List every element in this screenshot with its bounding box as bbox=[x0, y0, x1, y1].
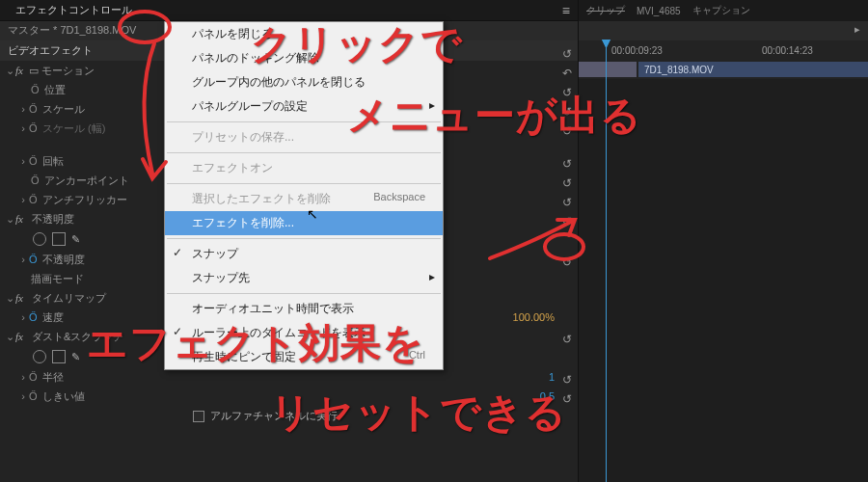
tab-clip[interactable]: クリップ bbox=[586, 4, 625, 17]
stopwatch-icon[interactable]: Ő bbox=[29, 311, 42, 323]
reset-icon[interactable]: ↺ bbox=[562, 154, 572, 174]
rect-mask-icon[interactable] bbox=[52, 350, 66, 363]
checkbox-icon[interactable] bbox=[193, 411, 204, 422]
pen-mask-icon[interactable]: ✎ bbox=[71, 351, 80, 363]
stopwatch-icon[interactable]: Ő bbox=[29, 194, 42, 205]
tab-caption[interactable]: キャプション bbox=[692, 4, 750, 17]
menu-effect-on: エフェクトオン bbox=[165, 156, 443, 180]
clip-segment[interactable] bbox=[579, 62, 637, 77]
annotation-arrow bbox=[125, 39, 183, 193]
timeline-header: ▸ bbox=[579, 21, 868, 40]
panel-menu-button[interactable]: ≡ bbox=[562, 3, 570, 18]
annotation-text: エフェクト効果を bbox=[87, 316, 424, 370]
stopwatch-icon[interactable]: Ő bbox=[29, 371, 42, 383]
submenu-arrow-icon: ▸ bbox=[429, 270, 435, 283]
menu-separator bbox=[167, 293, 441, 294]
right-tabs: クリップ MVI_4685 キャプション bbox=[579, 0, 868, 21]
svg-point-1 bbox=[545, 234, 583, 259]
menu-remove-selected: 選択したエフェクトを削除Backspace bbox=[165, 187, 443, 211]
reset-icon[interactable]: ↺ bbox=[562, 193, 572, 212]
menu-snap-to[interactable]: スナップ先▸ bbox=[165, 266, 443, 290]
reset-icon[interactable]: ↺ bbox=[562, 330, 572, 349]
stopwatch-icon[interactable]: Ő bbox=[29, 390, 42, 402]
annotation-text: リセットできる bbox=[270, 386, 567, 440]
reset-icon[interactable]: ↺ bbox=[562, 174, 572, 193]
reset-icon[interactable]: ↶ bbox=[562, 64, 572, 83]
stopwatch-icon[interactable]: Ő bbox=[29, 254, 42, 265]
panel-arrow-icon[interactable]: ▸ bbox=[854, 23, 860, 36]
stopwatch-icon[interactable]: Ő bbox=[29, 155, 42, 167]
menu-remove-effects[interactable]: エフェクトを削除... bbox=[165, 211, 443, 235]
cursor-icon: ↖ bbox=[307, 206, 318, 222]
time-ruler[interactable]: 00:00:09:23 00:00:14:23 bbox=[579, 40, 868, 60]
annotation-text: クリックで bbox=[251, 17, 463, 71]
check-icon: ✓ bbox=[173, 246, 182, 259]
rect-mask-icon[interactable] bbox=[52, 232, 66, 246]
clip-segment-main[interactable]: 7D1_8198.MOV bbox=[638, 62, 868, 77]
menu-snap[interactable]: ✓スナップ bbox=[165, 242, 443, 266]
menu-separator bbox=[167, 238, 441, 239]
tab-mvi[interactable]: MVI_4685 bbox=[637, 6, 681, 16]
stopwatch-icon[interactable]: Ő bbox=[31, 84, 44, 95]
clip-track: 7D1_8198.MOV bbox=[579, 60, 868, 79]
stopwatch-icon: Ő bbox=[29, 122, 42, 134]
reset-icon[interactable]: ↺ bbox=[562, 44, 572, 64]
timecode-a: 00:00:09:23 bbox=[611, 45, 663, 56]
ellipse-mask-icon[interactable] bbox=[33, 350, 46, 363]
annotation-circle bbox=[540, 231, 588, 266]
stopwatch-icon[interactable]: Ő bbox=[31, 174, 44, 186]
timecode-b: 00:00:14:23 bbox=[762, 45, 813, 56]
menu-separator bbox=[167, 152, 441, 153]
timeline-panel: クリップ MVI_4685 キャプション ▸ 00:00:09:23 00:00… bbox=[579, 0, 868, 482]
ellipse-mask-icon[interactable] bbox=[33, 232, 46, 246]
menu-separator bbox=[167, 183, 441, 184]
prop-radius[interactable]: ›Ő半径1 bbox=[0, 367, 578, 387]
stopwatch-icon[interactable]: Ő bbox=[29, 103, 42, 115]
pen-mask-icon[interactable]: ✎ bbox=[71, 233, 80, 246]
annotation-text: メニューが出る bbox=[347, 89, 642, 143]
